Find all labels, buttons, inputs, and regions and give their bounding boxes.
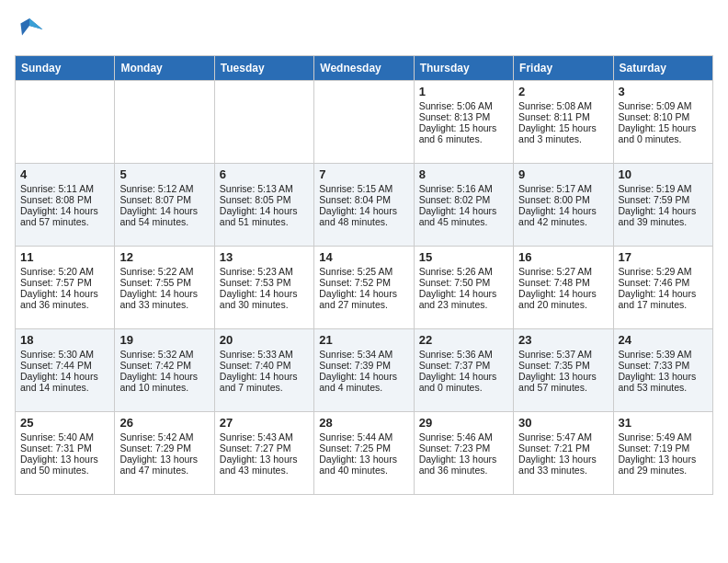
day-info: and 20 minutes. bbox=[518, 299, 608, 310]
header-row: SundayMondayTuesdayWednesdayThursdayFrid… bbox=[16, 56, 713, 81]
day-info: and 57 minutes. bbox=[518, 382, 608, 393]
column-header-saturday: Saturday bbox=[613, 56, 712, 81]
day-info: Sunset: 7:35 PM bbox=[518, 360, 608, 371]
day-info: and 14 minutes. bbox=[20, 382, 109, 393]
column-header-sunday: Sunday bbox=[16, 56, 115, 81]
day-info: Sunset: 7:59 PM bbox=[619, 194, 708, 205]
day-number: 3 bbox=[619, 85, 708, 98]
day-info: Daylight: 14 hours bbox=[20, 371, 109, 382]
day-info: Sunset: 8:07 PM bbox=[119, 194, 209, 205]
day-number: 12 bbox=[119, 250, 209, 264]
day-info: Daylight: 15 hours bbox=[419, 122, 508, 133]
day-number: 20 bbox=[220, 333, 309, 347]
calendar-cell: 28Sunrise: 5:44 AMSunset: 7:25 PMDayligh… bbox=[314, 412, 414, 495]
calendar-cell: 26Sunrise: 5:42 AMSunset: 7:29 PMDayligh… bbox=[115, 412, 214, 495]
day-info: Sunset: 7:48 PM bbox=[518, 277, 608, 288]
calendar-week-5: 25Sunrise: 5:40 AMSunset: 7:31 PMDayligh… bbox=[16, 412, 713, 495]
day-info: Daylight: 14 hours bbox=[220, 371, 309, 382]
calendar-cell bbox=[314, 81, 414, 164]
calendar-cell: 15Sunrise: 5:26 AMSunset: 7:50 PMDayligh… bbox=[414, 247, 513, 329]
day-number: 16 bbox=[518, 250, 608, 264]
page-header bbox=[15, 15, 713, 44]
day-info: Sunrise: 5:23 AM bbox=[220, 266, 309, 277]
day-number: 6 bbox=[220, 167, 309, 181]
day-info: Sunset: 7:42 PM bbox=[119, 360, 209, 371]
day-number: 11 bbox=[20, 250, 109, 264]
calendar-cell bbox=[214, 81, 313, 164]
day-info: and 23 minutes. bbox=[419, 299, 508, 310]
calendar-cell: 14Sunrise: 5:25 AMSunset: 7:52 PMDayligh… bbox=[314, 247, 414, 329]
day-info: Sunrise: 5:47 AM bbox=[518, 431, 608, 442]
calendar-cell: 11Sunrise: 5:20 AMSunset: 7:57 PMDayligh… bbox=[16, 247, 115, 329]
day-number: 18 bbox=[20, 333, 109, 347]
day-info: Daylight: 14 hours bbox=[619, 205, 708, 216]
calendar-cell: 25Sunrise: 5:40 AMSunset: 7:31 PMDayligh… bbox=[16, 412, 115, 495]
day-number: 7 bbox=[319, 167, 408, 181]
day-info: Daylight: 13 hours bbox=[518, 454, 608, 465]
day-info: and 10 minutes. bbox=[119, 382, 209, 393]
calendar-body: 1Sunrise: 5:06 AMSunset: 8:13 PMDaylight… bbox=[16, 81, 713, 495]
day-number: 4 bbox=[20, 167, 109, 181]
calendar-cell: 9Sunrise: 5:17 AMSunset: 8:00 PMDaylight… bbox=[514, 164, 613, 247]
day-number: 5 bbox=[119, 167, 209, 181]
day-info: Daylight: 14 hours bbox=[419, 288, 508, 299]
day-info: Sunset: 7:31 PM bbox=[20, 442, 109, 454]
day-number: 1 bbox=[419, 85, 508, 98]
day-info: Daylight: 13 hours bbox=[619, 371, 708, 382]
day-number: 17 bbox=[619, 250, 708, 264]
day-info: Sunset: 7:29 PM bbox=[119, 442, 209, 454]
day-info: Sunrise: 5:20 AM bbox=[20, 266, 109, 277]
day-number: 13 bbox=[220, 250, 309, 264]
day-number: 31 bbox=[619, 416, 708, 430]
day-info: Sunrise: 5:46 AM bbox=[419, 431, 508, 442]
day-info: Daylight: 14 hours bbox=[419, 205, 508, 216]
day-info: and 6 minutes. bbox=[419, 133, 508, 144]
day-info: Sunrise: 5:32 AM bbox=[119, 349, 209, 360]
day-info: Sunrise: 5:34 AM bbox=[319, 349, 408, 360]
day-info: and 0 minutes. bbox=[419, 382, 508, 393]
day-info: Sunrise: 5:17 AM bbox=[518, 183, 608, 194]
day-info: and 48 minutes. bbox=[319, 216, 408, 227]
day-info: Sunrise: 5:30 AM bbox=[20, 349, 109, 360]
calendar-week-2: 4Sunrise: 5:11 AMSunset: 8:08 PMDaylight… bbox=[16, 164, 713, 247]
day-info: and 47 minutes. bbox=[119, 465, 209, 476]
calendar-cell: 10Sunrise: 5:19 AMSunset: 7:59 PMDayligh… bbox=[613, 164, 712, 247]
calendar-cell: 3Sunrise: 5:09 AMSunset: 8:10 PMDaylight… bbox=[613, 81, 712, 164]
day-info: and 39 minutes. bbox=[619, 216, 708, 227]
day-number: 23 bbox=[518, 333, 608, 347]
day-info: and 36 minutes. bbox=[419, 465, 508, 476]
day-info: Sunset: 7:55 PM bbox=[119, 277, 209, 288]
day-info: and 45 minutes. bbox=[419, 216, 508, 227]
day-info: Daylight: 14 hours bbox=[518, 288, 608, 299]
day-info: Daylight: 14 hours bbox=[220, 288, 309, 299]
column-header-thursday: Thursday bbox=[414, 56, 513, 81]
day-number: 2 bbox=[518, 85, 608, 98]
day-info: and 27 minutes. bbox=[319, 299, 408, 310]
day-info: Daylight: 13 hours bbox=[119, 454, 209, 465]
day-info: and 53 minutes. bbox=[619, 382, 708, 393]
day-info: Sunrise: 5:44 AM bbox=[319, 431, 408, 442]
calendar-cell: 12Sunrise: 5:22 AMSunset: 7:55 PMDayligh… bbox=[115, 247, 214, 329]
day-number: 29 bbox=[419, 416, 508, 430]
day-number: 15 bbox=[419, 250, 508, 264]
day-info: Sunrise: 5:43 AM bbox=[220, 431, 309, 442]
calendar-table: SundayMondayTuesdayWednesdayThursdayFrid… bbox=[15, 55, 713, 495]
day-number: 22 bbox=[419, 333, 508, 347]
calendar-cell: 22Sunrise: 5:36 AMSunset: 7:37 PMDayligh… bbox=[414, 329, 513, 412]
day-info: Sunset: 8:11 PM bbox=[518, 111, 608, 122]
day-info: Sunset: 7:52 PM bbox=[319, 277, 408, 288]
day-info: Sunrise: 5:40 AM bbox=[20, 431, 109, 442]
column-header-tuesday: Tuesday bbox=[214, 56, 313, 81]
day-info: Sunrise: 5:12 AM bbox=[119, 183, 209, 194]
day-info: Daylight: 14 hours bbox=[419, 371, 508, 382]
calendar-cell: 20Sunrise: 5:33 AMSunset: 7:40 PMDayligh… bbox=[214, 329, 313, 412]
day-info: and 40 minutes. bbox=[319, 465, 408, 476]
day-info: and 57 minutes. bbox=[20, 216, 109, 227]
day-number: 25 bbox=[20, 416, 109, 430]
day-info: and 36 minutes. bbox=[20, 299, 109, 310]
calendar-cell: 13Sunrise: 5:23 AMSunset: 7:53 PMDayligh… bbox=[214, 247, 313, 329]
day-info: Sunset: 8:05 PM bbox=[220, 194, 309, 205]
day-info: Daylight: 14 hours bbox=[619, 288, 708, 299]
day-info: Daylight: 14 hours bbox=[119, 205, 209, 216]
day-info: and 54 minutes. bbox=[119, 216, 209, 227]
